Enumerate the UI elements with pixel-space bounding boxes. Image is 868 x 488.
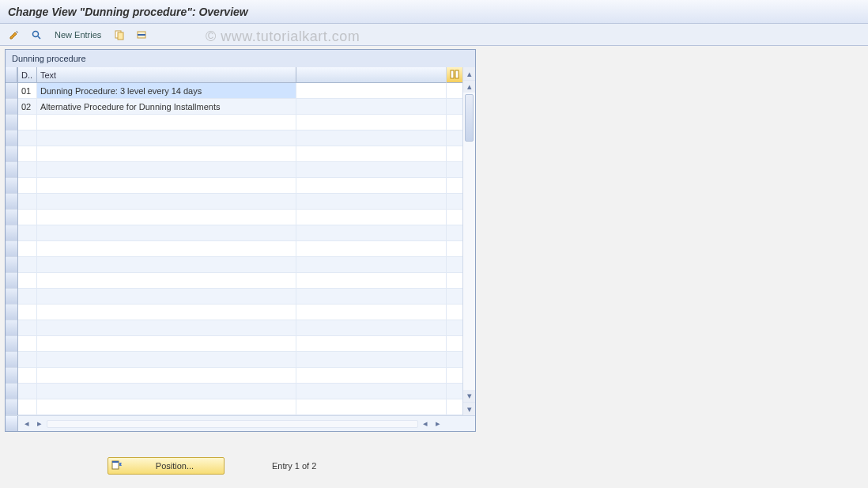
cell-d[interactable] (18, 399, 37, 415)
cell-text[interactable]: Alternative Procedure for Dunning Instal… (37, 99, 296, 115)
scroll-down-icon-2[interactable]: ▾ (463, 390, 475, 403)
cell-text[interactable] (37, 352, 296, 368)
cell-text[interactable] (37, 210, 296, 225)
scroll-left-icon-2[interactable]: ◂ (420, 418, 431, 429)
cell-d[interactable]: 02 (18, 99, 37, 115)
horizontal-scrollbar[interactable]: ◂ ▸ ◂ ▸ (18, 418, 447, 429)
hscroll-track[interactable] (47, 420, 418, 428)
row-selector[interactable] (6, 115, 17, 131)
cell-d[interactable] (18, 273, 37, 289)
cell-text[interactable] (37, 289, 296, 305)
cell-text[interactable] (37, 131, 296, 146)
cell-text[interactable] (37, 241, 296, 257)
position-button[interactable]: Position... (108, 457, 225, 475)
find-icon[interactable] (27, 27, 46, 43)
cell-d[interactable]: 01 (18, 83, 37, 99)
configure-columns-button[interactable] (447, 67, 462, 83)
cell-d[interactable] (18, 241, 37, 257)
cell-gap (296, 178, 447, 194)
cell-d[interactable] (18, 336, 37, 352)
column-header-d[interactable]: D.. (18, 67, 37, 83)
scroll-left-icon[interactable]: ◂ (21, 418, 32, 429)
cell-d[interactable] (18, 115, 37, 131)
row-header-column (6, 67, 18, 415)
select-all-handle[interactable] (6, 67, 17, 83)
row-selector[interactable] (6, 131, 17, 146)
row-selector[interactable] (6, 399, 17, 415)
cell-d[interactable] (18, 194, 37, 210)
row-selector[interactable] (6, 305, 17, 320)
cell-text[interactable] (37, 384, 296, 399)
cell-util (447, 384, 462, 399)
scrollbar-thumb[interactable] (465, 94, 474, 142)
cell-util (447, 289, 462, 305)
cell-text[interactable] (37, 368, 296, 384)
cell-text[interactable] (37, 399, 296, 415)
footer-bar: Position... Entry 1 of 2 (5, 455, 863, 477)
scroll-right-icon[interactable]: ▸ (34, 418, 45, 429)
row-selector[interactable] (6, 352, 17, 368)
row-selector[interactable] (6, 336, 17, 352)
application-toolbar: New Entries (0, 24, 868, 46)
row-selector[interactable] (6, 178, 17, 194)
row-selector[interactable] (6, 146, 17, 162)
cell-d[interactable] (18, 384, 37, 399)
scroll-up-icon-2[interactable]: ▴ (463, 80, 475, 93)
cell-gap (296, 352, 447, 368)
cell-text[interactable] (37, 320, 296, 336)
cell-text[interactable] (37, 305, 296, 320)
cell-d[interactable] (18, 257, 37, 273)
cell-text[interactable] (37, 257, 296, 273)
cell-text[interactable]: Dunning Procedure: 3 level every 14 days (37, 83, 296, 99)
cell-gap (296, 194, 447, 210)
cell-d[interactable] (18, 225, 37, 241)
row-selector[interactable] (6, 368, 17, 384)
cell-d[interactable] (18, 162, 37, 178)
row-selector[interactable] (6, 210, 17, 225)
cell-d[interactable] (18, 305, 37, 320)
cell-d[interactable] (18, 210, 37, 225)
cell-text[interactable] (37, 273, 296, 289)
cell-text[interactable] (37, 115, 296, 131)
new-entries-button[interactable]: New Entries (49, 27, 107, 43)
cell-gap (296, 115, 447, 131)
position-icon (108, 460, 126, 472)
scrollbar-track[interactable] (463, 93, 475, 390)
cell-d[interactable] (18, 289, 37, 305)
row-selector[interactable] (6, 257, 17, 273)
scroll-right-icon-2[interactable]: ▸ (432, 418, 443, 429)
row-selector[interactable] (6, 225, 17, 241)
copy-as-icon[interactable] (110, 27, 129, 43)
scroll-up-icon[interactable]: ▴ (463, 67, 475, 80)
change-display-icon[interactable] (5, 27, 24, 43)
cell-text[interactable] (37, 194, 296, 210)
cell-text[interactable] (37, 146, 296, 162)
svg-rect-5 (451, 70, 454, 78)
cell-d[interactable] (18, 178, 37, 194)
cell-util (447, 352, 462, 368)
cell-d[interactable] (18, 320, 37, 336)
row-selector[interactable] (6, 273, 17, 289)
cell-d[interactable] (18, 131, 37, 146)
row-selector[interactable] (6, 99, 17, 115)
cell-d[interactable] (18, 146, 37, 162)
row-selector[interactable] (6, 289, 17, 305)
cell-util (447, 162, 462, 178)
cell-d[interactable] (18, 352, 37, 368)
delete-icon[interactable] (132, 27, 151, 43)
vertical-scrollbar[interactable]: ▴ ▴ ▾ ▾ (462, 67, 475, 415)
column-header-text[interactable]: Text (37, 67, 296, 83)
row-selector[interactable] (6, 241, 17, 257)
row-selector[interactable] (6, 162, 17, 178)
cell-text[interactable] (37, 178, 296, 194)
row-selector[interactable] (6, 320, 17, 336)
row-selector[interactable] (6, 194, 17, 210)
cell-text[interactable] (37, 336, 296, 352)
row-selector[interactable] (6, 83, 17, 99)
cell-d[interactable] (18, 368, 37, 384)
row-selector[interactable] (6, 384, 17, 399)
scroll-down-icon[interactable]: ▾ (463, 403, 475, 415)
cell-util (447, 146, 462, 162)
cell-text[interactable] (37, 225, 296, 241)
cell-text[interactable] (37, 162, 296, 178)
